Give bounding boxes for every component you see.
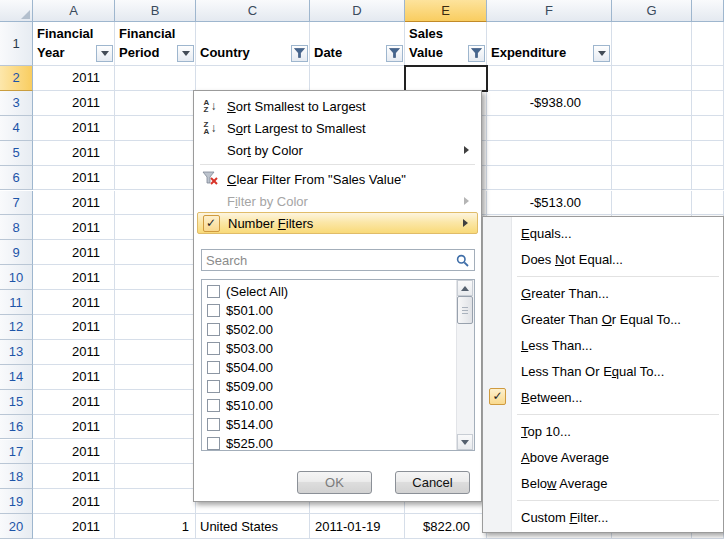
- cell-G3[interactable]: [612, 91, 692, 116]
- row-header-6[interactable]: 6: [0, 166, 33, 191]
- cell-F5[interactable]: [487, 141, 612, 166]
- cell-B12[interactable]: [115, 315, 196, 340]
- filter-value-option[interactable]: (Select All): [202, 282, 457, 301]
- cell-A17[interactable]: 2011: [33, 440, 115, 465]
- cell-G4[interactable]: [612, 116, 692, 141]
- cell-B19[interactable]: [115, 489, 196, 514]
- cell-E20[interactable]: $822.00: [405, 514, 487, 539]
- row-header-11[interactable]: 11: [0, 290, 33, 315]
- column-header-C[interactable]: C: [196, 0, 310, 22]
- cell-A13[interactable]: 2011: [33, 340, 115, 365]
- cell-F7[interactable]: -$513.00: [487, 191, 612, 216]
- header-cell-E1[interactable]: SalesValue: [405, 22, 487, 66]
- row-header-12[interactable]: 12: [0, 315, 33, 340]
- ok-button[interactable]: OK: [297, 471, 372, 494]
- cell-X4[interactable]: [692, 116, 724, 141]
- checkbox-icon[interactable]: [207, 304, 220, 317]
- submenu-item-equals[interactable]: Equals...: [483, 220, 723, 246]
- cell-A15[interactable]: 2011: [33, 390, 115, 415]
- cell-B9[interactable]: [115, 240, 196, 265]
- cell-B4[interactable]: [115, 116, 196, 141]
- cell-A19[interactable]: 2011: [33, 489, 115, 514]
- cell-A2[interactable]: 2011: [33, 66, 115, 91]
- cell-A4[interactable]: 2011: [33, 116, 115, 141]
- cell-X6[interactable]: [692, 166, 724, 191]
- column-header-E[interactable]: E: [405, 0, 487, 22]
- cell-B3[interactable]: [115, 91, 196, 116]
- column-header-F[interactable]: F: [487, 0, 612, 22]
- column-header-A[interactable]: A: [33, 0, 115, 22]
- submenu-item-greater-than[interactable]: Greater Than...: [483, 280, 723, 306]
- cell-A12[interactable]: 2011: [33, 315, 115, 340]
- cell-B14[interactable]: [115, 365, 196, 390]
- cell-G7[interactable]: [612, 191, 692, 216]
- select-all-corner[interactable]: [0, 0, 33, 22]
- cell-B11[interactable]: [115, 290, 196, 315]
- checkbox-icon[interactable]: [207, 361, 220, 374]
- checkbox-icon[interactable]: [207, 323, 220, 336]
- filter-dropdown-button-A[interactable]: [96, 45, 113, 62]
- row-header-14[interactable]: 14: [0, 365, 33, 390]
- cell-A6[interactable]: 2011: [33, 166, 115, 191]
- cell-B2[interactable]: [115, 66, 196, 91]
- cell-G5[interactable]: [612, 141, 692, 166]
- cell-A16[interactable]: 2011: [33, 415, 115, 440]
- submenu-item-less-than[interactable]: Less Than...: [483, 332, 723, 358]
- row-header-13[interactable]: 13: [0, 340, 33, 365]
- cell-F4[interactable]: [487, 116, 612, 141]
- filter-value-option[interactable]: $501.00: [202, 301, 457, 320]
- menu-item-filter-by-color[interactable]: Filter by Color: [197, 190, 478, 212]
- submenu-item-custom-filter[interactable]: Custom Filter...: [483, 504, 723, 530]
- submenu-item-between[interactable]: ✓Between...: [483, 384, 723, 410]
- filter-value-option[interactable]: $502.00: [202, 320, 457, 339]
- checkbox-icon[interactable]: [207, 285, 220, 298]
- checkbox-icon[interactable]: [207, 380, 220, 393]
- cell-X7[interactable]: [692, 191, 724, 216]
- filter-value-option[interactable]: $509.00: [202, 377, 457, 396]
- filter-dropdown-button-C[interactable]: [291, 45, 308, 62]
- cell-X5[interactable]: [692, 141, 724, 166]
- cell-G6[interactable]: [612, 166, 692, 191]
- submenu-item-below-average[interactable]: Below Average: [483, 470, 723, 496]
- cell-B6[interactable]: [115, 166, 196, 191]
- menu-item-clear-filter-from-sales-value[interactable]: Clear Filter From "Sales Value": [197, 168, 478, 190]
- menu-item-sort-by-color[interactable]: Sort by Color: [197, 139, 478, 161]
- cell-B17[interactable]: [115, 440, 196, 465]
- filter-dropdown-button-D[interactable]: [386, 45, 403, 62]
- filter-dropdown-button-B[interactable]: [177, 45, 194, 62]
- row-header-19[interactable]: 19: [0, 489, 33, 514]
- cell-A18[interactable]: 2011: [33, 464, 115, 489]
- row-header-17[interactable]: 17: [0, 440, 33, 465]
- values-scrollbar[interactable]: [456, 280, 474, 450]
- cell-A9[interactable]: 2011: [33, 240, 115, 265]
- menu-item-sort-largest-to-smallest[interactable]: ZA↓Sort Largest to Smallest: [197, 117, 478, 139]
- row-header-15[interactable]: 15: [0, 390, 33, 415]
- cell-D20[interactable]: 2011-01-19: [310, 514, 405, 539]
- cell-B13[interactable]: [115, 340, 196, 365]
- cell-A5[interactable]: 2011: [33, 141, 115, 166]
- cell-C2[interactable]: [196, 66, 310, 91]
- checkbox-icon[interactable]: [207, 418, 220, 431]
- row-header-10[interactable]: 10: [0, 265, 33, 290]
- cell-A3[interactable]: 2011: [33, 91, 115, 116]
- scrollbar-thumb[interactable]: [457, 296, 473, 324]
- row-header-2[interactable]: 2: [0, 66, 33, 91]
- row-header-1[interactable]: 1: [0, 22, 33, 66]
- row-header-16[interactable]: 16: [0, 415, 33, 440]
- submenu-item-less-than-or-equal-to[interactable]: Less Than Or Equal To...: [483, 358, 723, 384]
- cell-B5[interactable]: [115, 141, 196, 166]
- filter-value-option[interactable]: $510.00: [202, 396, 457, 415]
- cell-B7[interactable]: [115, 191, 196, 216]
- filter-dropdown-button-F[interactable]: [593, 45, 610, 62]
- cell-F3[interactable]: -$938.00: [487, 91, 612, 116]
- cell-F6[interactable]: [487, 166, 612, 191]
- cell-B18[interactable]: [115, 464, 196, 489]
- row-header-20[interactable]: 20: [0, 514, 33, 539]
- filter-search-input[interactable]: [202, 253, 450, 268]
- cell-G2[interactable]: [612, 66, 692, 91]
- cell-B20[interactable]: 1: [115, 514, 196, 539]
- header-cell-D1[interactable]: Date: [310, 22, 405, 66]
- menu-item-number-filters[interactable]: ✓Number Filters: [197, 212, 478, 234]
- cell-X2[interactable]: [692, 66, 724, 91]
- checkbox-icon[interactable]: [207, 399, 220, 412]
